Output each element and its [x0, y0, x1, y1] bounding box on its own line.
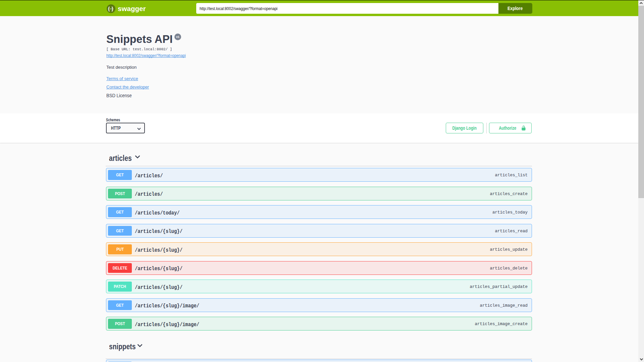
svg-text:{: { — [108, 6, 110, 11]
